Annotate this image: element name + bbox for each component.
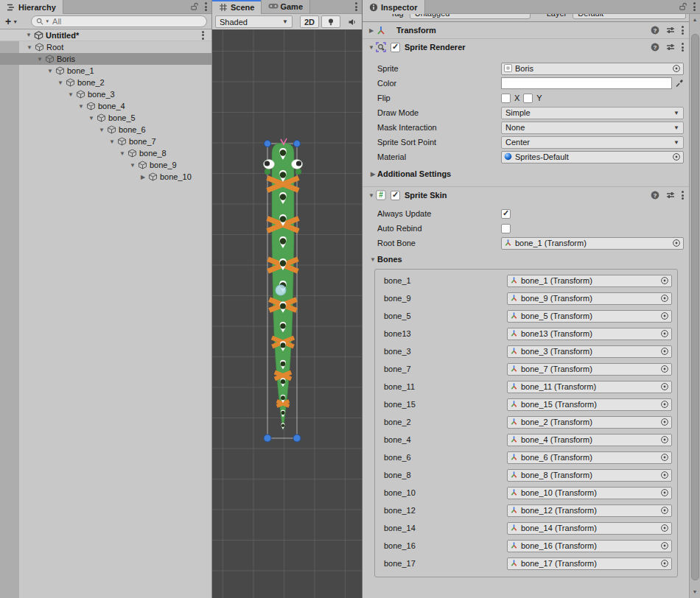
presets-icon[interactable] (666, 43, 675, 52)
flip-y-checkbox[interactable] (523, 94, 533, 103)
lock-icon[interactable] (679, 2, 687, 11)
component-enabled-checkbox[interactable] (391, 191, 400, 200)
hierarchy-item[interactable]: ▼ Root (0, 41, 211, 53)
object-picker-icon[interactable] (660, 347, 669, 356)
help-icon[interactable]: ? (651, 43, 659, 52)
foldout-icon[interactable]: ▼ (24, 32, 33, 38)
scrollbar-thumb[interactable] (691, 34, 699, 580)
shading-mode-dropdown[interactable]: Shaded ▼ (215, 15, 293, 28)
scene-lighting-toggle[interactable] (321, 15, 340, 28)
foldout-icon[interactable]: ▼ (87, 115, 96, 122)
object-picker-icon[interactable] (660, 506, 669, 515)
object-picker-icon[interactable] (660, 435, 669, 444)
help-icon[interactable]: ? (651, 191, 659, 200)
sprite-sort-point-dropdown[interactable]: Center▼ (501, 136, 684, 149)
flip-x-checkbox[interactable] (501, 94, 511, 103)
foldout-icon[interactable]: ▼ (77, 103, 85, 110)
object-picker-icon[interactable] (660, 329, 669, 338)
object-picker-icon[interactable] (660, 294, 669, 303)
sprite-object-field[interactable]: Boris (501, 63, 684, 75)
bone-object-field[interactable]: bone_3 (Transform) (507, 345, 672, 358)
hierarchy-item[interactable]: ▼ bone_8 (0, 147, 211, 159)
bone-object-field[interactable]: bone_16 (Transform) (507, 540, 672, 552)
scene-audio-toggle[interactable] (343, 15, 362, 28)
foldout-icon[interactable]: ▼ (56, 80, 65, 86)
search-filter-dropdown-icon[interactable]: ▼ (45, 19, 49, 24)
hierarchy-item[interactable]: ▼ bone_4 (0, 100, 211, 112)
color-swatch[interactable] (501, 77, 672, 89)
bone-object-field[interactable]: bone_10 (Transform) (507, 487, 672, 499)
object-picker-icon[interactable] (660, 382, 669, 391)
bone-object-field[interactable]: bone13 (Transform) (507, 328, 672, 340)
eyedropper-icon[interactable] (675, 79, 684, 88)
hierarchy-item[interactable]: ▼ bone_7 (0, 136, 211, 147)
kebab-menu-icon[interactable] (682, 190, 684, 201)
kebab-menu-icon[interactable] (202, 29, 204, 41)
scene-sprite-boris[interactable] (251, 134, 317, 451)
kebab-menu-icon[interactable] (682, 42, 684, 53)
bone-object-field[interactable]: bone_4 (Transform) (507, 434, 672, 446)
object-picker-icon[interactable] (660, 488, 669, 497)
foldout-icon[interactable]: ▼ (128, 162, 137, 169)
presets-icon[interactable] (666, 191, 675, 200)
bone-object-field[interactable]: bone_9 (Transform) (507, 292, 672, 305)
transform-component-header[interactable]: ▶ Transform ? (363, 22, 690, 39)
bones-foldout[interactable]: ▼ Bones (363, 253, 690, 266)
bone-object-field[interactable]: bone_1 (Transform) (507, 275, 672, 287)
lock-icon[interactable] (190, 2, 199, 11)
draw-mode-dropdown[interactable]: Simple▼ (501, 107, 684, 119)
object-picker-icon[interactable] (672, 64, 681, 73)
foldout-icon[interactable]: ▼ (368, 256, 377, 263)
hierarchy-item[interactable]: ▼ Boris (0, 53, 211, 65)
hierarchy-search-input[interactable]: ▼ All (31, 15, 207, 27)
bone-object-field[interactable]: bone_8 (Transform) (507, 469, 672, 482)
kebab-menu-icon[interactable] (682, 25, 684, 36)
bone-object-field[interactable]: bone_15 (Transform) (507, 398, 672, 411)
hierarchy-item[interactable]: ▼ bone_2 (0, 77, 211, 88)
hierarchy-item[interactable]: ▼ bone_5 (0, 112, 211, 124)
material-object-field[interactable]: Sprites-Default (501, 151, 684, 163)
always-update-checkbox[interactable] (501, 209, 511, 219)
bone-object-field[interactable]: bone_7 (Transform) (507, 363, 672, 376)
hierarchy-item[interactable]: ▶ bone_10 (0, 171, 211, 183)
object-picker-icon[interactable] (672, 152, 681, 161)
layer-dropdown[interactable]: Default (573, 14, 686, 19)
object-picker-icon[interactable] (672, 239, 681, 247)
object-picker-icon[interactable] (660, 400, 669, 409)
hierarchy-scene-row[interactable]: ▼ Untitled* (0, 29, 211, 41)
auto-rebind-checkbox[interactable] (501, 224, 511, 233)
foldout-icon[interactable]: ▼ (66, 91, 75, 98)
tab-game[interactable]: Game (262, 0, 310, 13)
component-enabled-checkbox[interactable] (391, 43, 400, 52)
object-picker-icon[interactable] (660, 312, 669, 320)
bone-object-field[interactable]: bone_6 (Transform) (507, 451, 672, 464)
add-gameobject-button[interactable]: +▼ (0, 15, 21, 27)
foldout-icon[interactable]: ▶ (139, 174, 147, 180)
sprite-skin-component-header[interactable]: ▼ # Sprite Skin ? (363, 186, 690, 203)
mask-interaction-dropdown[interactable]: None▼ (501, 122, 684, 134)
kebab-menu-icon[interactable] (205, 1, 207, 13)
help-icon[interactable]: ? (651, 26, 659, 35)
foldout-icon[interactable]: ▶ (368, 171, 377, 177)
bone-object-field[interactable]: bone_17 (Transform) (507, 557, 672, 570)
tab-inspector[interactable]: Inspector (363, 0, 425, 14)
object-picker-icon[interactable] (660, 541, 669, 550)
foldout-icon[interactable]: ▼ (25, 44, 34, 51)
bone-object-field[interactable]: bone_12 (Transform) (507, 504, 672, 517)
foldout-icon[interactable]: ▼ (35, 56, 44, 63)
object-picker-icon[interactable] (660, 276, 669, 285)
bone-object-field[interactable]: bone_11 (Transform) (507, 381, 672, 393)
foldout-icon[interactable]: ▼ (367, 192, 376, 199)
object-picker-icon[interactable] (660, 559, 669, 568)
object-picker-icon[interactable] (660, 365, 669, 373)
hierarchy-item[interactable]: ▼ bone_1 (0, 65, 211, 77)
2d-toggle-button[interactable]: 2D (300, 15, 319, 28)
hierarchy-item[interactable]: ▼ bone_6 (0, 124, 211, 136)
object-picker-icon[interactable] (660, 453, 669, 462)
bone-object-field[interactable]: bone_2 (Transform) (507, 416, 672, 429)
foldout-icon[interactable]: ▼ (97, 127, 106, 133)
bone-object-field[interactable]: bone_14 (Transform) (507, 522, 672, 535)
foldout-icon[interactable]: ▼ (367, 44, 376, 51)
object-picker-icon[interactable] (660, 418, 669, 426)
scrollbar-up-arrow[interactable]: ▲ (690, 15, 700, 24)
